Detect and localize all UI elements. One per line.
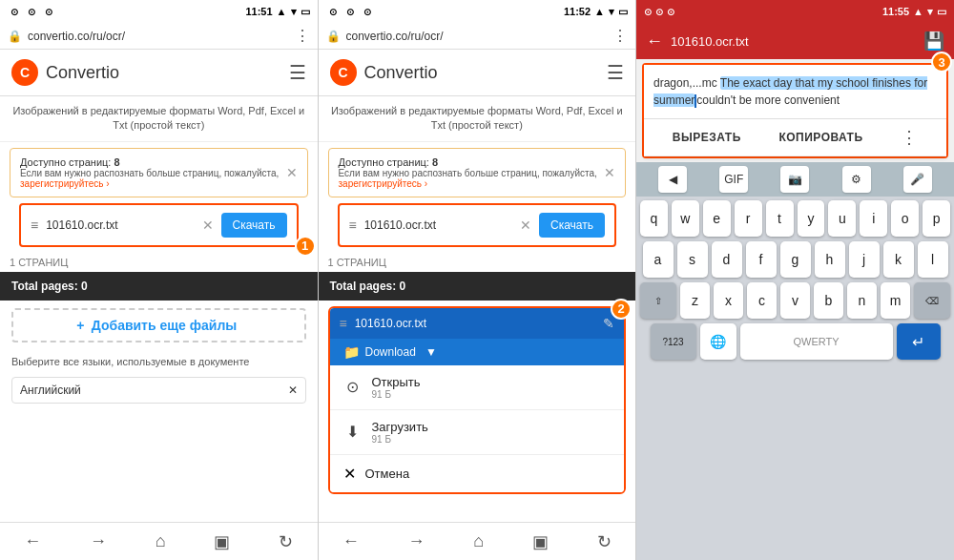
key-w[interactable]: w [672, 200, 699, 237]
edit-icon-2[interactable]: ✎ [603, 316, 614, 331]
key-b[interactable]: b [814, 282, 843, 319]
file-row-1[interactable]: ≡ 101610.ocr.txt ✕ Скачать [19, 203, 299, 247]
kb-mic-btn-3[interactable]: 🎤 [903, 166, 932, 193]
keyboard-toolbar-3: ◀ GIF 📷 ⚙ 🎤 [636, 162, 954, 197]
key-shift[interactable]: ⇧ [640, 282, 676, 319]
browser-header-2: C Convertio ☰ [319, 50, 636, 96]
circle-icon-3: ⊙ [42, 5, 55, 18]
key-g[interactable]: g [780, 241, 811, 278]
action-download-2[interactable]: ⬇ Загрузить 91 Б [330, 410, 625, 455]
key-e[interactable]: e [703, 200, 731, 237]
key-backspace[interactable]: ⌫ [914, 282, 950, 319]
notif-close-2[interactable]: ✕ [604, 165, 615, 180]
copy-btn-3[interactable]: КОПИРОВАТЬ [778, 131, 862, 144]
key-p[interactable]: p [923, 200, 950, 237]
lang-dropdown-1[interactable]: Английский ✕ [11, 377, 306, 404]
address-bar-1[interactable]: 🔒 convertio.co/ru/ocr/ ⋮ [0, 23, 318, 50]
hamburger-menu-1[interactable]: ☰ [289, 61, 306, 84]
key-i[interactable]: i [860, 200, 887, 237]
key-m[interactable]: m [881, 282, 910, 319]
register-link-1[interactable]: зарегистрируйтесь › [20, 178, 110, 189]
nav-home-1[interactable]: ⌂ [146, 528, 176, 555]
logo-area-2: C Convertio [330, 59, 438, 86]
key-u[interactable]: u [828, 200, 856, 237]
time-1: 11:51 [245, 6, 272, 17]
open-sub-2: 91 Б [372, 389, 421, 400]
browser-content-2: Изображений в редактируемые форматы Word… [319, 96, 636, 522]
total-pages-1: Total pages: 0 [0, 272, 318, 301]
action-open-2[interactable]: ⊙ Открыть 91 Б [330, 365, 625, 410]
key-l[interactable]: l [918, 241, 948, 278]
status-bar-1: ⊙ ⊙ ⊙ 11:51 ▲ ▾ ▭ [0, 0, 318, 23]
wifi-icon-1: ▾ [291, 6, 297, 18]
key-z[interactable]: z [680, 282, 710, 319]
address-bar-2[interactable]: 🔒 convertio.co/ru/ocr/ ⋮ [319, 23, 636, 50]
step-badge-1: 1 [295, 236, 316, 257]
key-c[interactable]: c [747, 282, 777, 319]
key-enter[interactable]: ↵ [897, 323, 941, 360]
nav-bar-1: ← → ⌂ ▣ ↻ [0, 522, 318, 560]
nav-back-2[interactable]: ← [333, 528, 369, 555]
notification-bar-2: Доступно страниц: 8 Если вам нужно распо… [328, 148, 627, 197]
kb-gif-btn-3[interactable]: GIF [719, 166, 748, 193]
nav-reload-2[interactable]: ↻ [588, 528, 621, 556]
notif-count-1: 8 [114, 156, 119, 168]
key-a[interactable]: a [643, 241, 674, 278]
more-options-btn-3[interactable]: ⋮ [901, 127, 918, 148]
cut-btn-3[interactable]: ВЫРЕЗАТЬ [673, 131, 741, 144]
notif-close-1[interactable]: ✕ [286, 165, 298, 180]
add-files-btn-1[interactable]: + Добавить еще файлы [11, 308, 306, 342]
key-q[interactable]: q [640, 200, 668, 237]
action-open-text-2: Открыть 91 Б [372, 375, 421, 400]
wifi-icon-2: ▾ [609, 6, 614, 18]
file-close-2[interactable]: ✕ [520, 218, 531, 233]
kb-photo-btn-3[interactable]: 📷 [780, 166, 809, 193]
file-close-1[interactable]: ✕ [202, 218, 214, 233]
key-f[interactable]: f [746, 241, 777, 278]
file-row-2-top[interactable]: ≡ 101610.ocr.txt ✕ Скачать [338, 203, 617, 247]
file-name-1: 101610.ocr.txt [46, 218, 194, 232]
dropdown-arrow-2: ▼ [425, 345, 437, 359]
panel3-header: ← 101610.ocr.txt 💾 [636, 23, 954, 59]
key-d[interactable]: d [712, 241, 742, 278]
nav-back-1[interactable]: ← [14, 528, 51, 555]
key-h[interactable]: h [815, 241, 845, 278]
download-sub-2: 91 Б [372, 434, 428, 445]
save-icon-3[interactable]: 💾 [923, 31, 944, 52]
nav-tabs-2[interactable]: ▣ [523, 528, 558, 556]
key-globe[interactable]: 🌐 [700, 323, 736, 360]
panel-2: ⊙ ⊙ ⊙ 11:52 ▲ ▾ ▭ 🔒 convertio.co/ru/ocr/… [319, 0, 637, 560]
key-num[interactable]: ?123 [651, 323, 696, 360]
key-space[interactable]: QWERTY [740, 323, 893, 360]
kb-settings-btn-3[interactable]: ⚙ [842, 166, 871, 193]
key-y[interactable]: y [798, 200, 825, 237]
action-cancel-2[interactable]: ✕ Отмена [330, 455, 625, 492]
key-x[interactable]: x [714, 282, 743, 319]
nav-reload-1[interactable]: ↻ [269, 528, 302, 556]
download-btn-1[interactable]: Скачать [221, 213, 287, 238]
register-link-2[interactable]: зарегистрируйтесь › [339, 178, 428, 189]
nav-home-2[interactable]: ⌂ [464, 528, 493, 555]
key-k[interactable]: k [883, 241, 914, 278]
key-n[interactable]: n [847, 282, 877, 319]
key-t[interactable]: t [766, 200, 794, 237]
nav-forward-1[interactable]: → [80, 528, 116, 555]
browser-menu-btn-2[interactable]: ⋮ [612, 27, 628, 45]
browser-menu-btn-1[interactable]: ⋮ [295, 27, 310, 45]
text-content-3[interactable]: dragon,...mc The exact day that my schoo… [644, 65, 946, 119]
key-j[interactable]: j [849, 241, 880, 278]
lang-close-icon-1[interactable]: ✕ [288, 384, 298, 397]
nav-forward-2[interactable]: → [399, 528, 435, 555]
key-o[interactable]: o [891, 200, 919, 237]
hamburger-menu-2[interactable]: ☰ [607, 61, 624, 84]
folder-row-2[interactable]: 📁 Download ▼ [330, 339, 625, 365]
kb-back-btn-3[interactable]: ◀ [658, 166, 687, 193]
notif-count-2: 8 [432, 156, 438, 168]
key-s[interactable]: s [677, 241, 708, 278]
circle-icon-8: ⊙ [655, 7, 663, 17]
nav-tabs-1[interactable]: ▣ [204, 528, 239, 556]
key-r[interactable]: r [735, 200, 762, 237]
download-btn-2[interactable]: Скачать [539, 213, 605, 238]
key-v[interactable]: v [780, 282, 810, 319]
back-btn-3[interactable]: ← [646, 31, 663, 52]
